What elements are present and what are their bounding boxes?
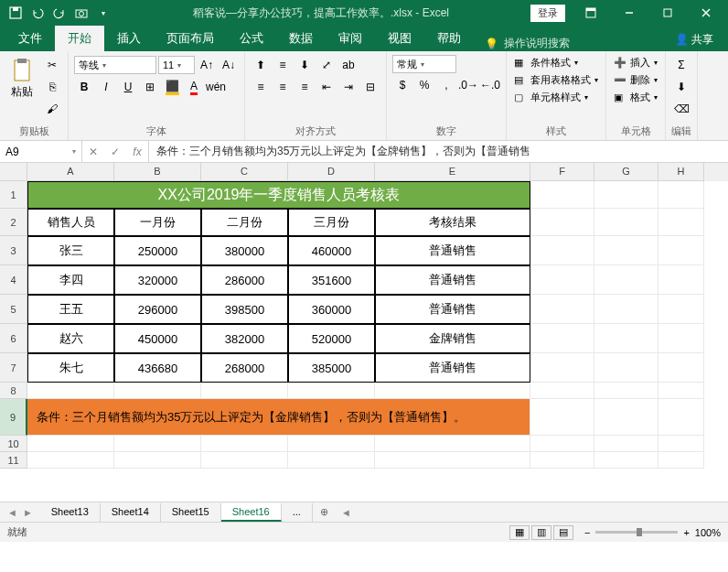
- cell[interactable]: [530, 383, 594, 399]
- cell[interactable]: [27, 436, 114, 452]
- cell[interactable]: 382000: [201, 324, 288, 353]
- delete-cells-button[interactable]: ➖删除▾: [612, 72, 659, 88]
- select-all-corner[interactable]: [0, 163, 27, 181]
- cell[interactable]: 286000: [201, 265, 288, 295]
- formula-input[interactable]: 条件：三个月销售额均为35万元以上评定为【金牌销售】，否则为【普通销售: [149, 141, 728, 162]
- tab-formulas[interactable]: 公式: [227, 26, 276, 51]
- row-header[interactable]: 10: [0, 436, 27, 452]
- fx-icon[interactable]: fx: [126, 141, 148, 162]
- cell[interactable]: 张三: [27, 236, 114, 265]
- increase-font-icon[interactable]: A↑: [197, 55, 217, 75]
- col-header[interactable]: C: [201, 163, 288, 181]
- comma-icon[interactable]: ,: [436, 75, 456, 95]
- zoom-slider[interactable]: [595, 531, 678, 534]
- cell[interactable]: 320000: [114, 265, 201, 295]
- cell[interactable]: 普通销售: [375, 265, 530, 295]
- cell[interactable]: 460000: [288, 236, 375, 265]
- cell[interactable]: [594, 236, 658, 265]
- cell[interactable]: [594, 452, 658, 469]
- cell[interactable]: [658, 181, 704, 209]
- cut-icon[interactable]: ✂: [42, 55, 62, 75]
- row-header[interactable]: 8: [0, 383, 27, 399]
- cell[interactable]: [114, 436, 201, 452]
- cell[interactable]: 销售人员: [27, 209, 114, 236]
- conditional-format-button[interactable]: ▦条件格式▾: [512, 55, 580, 70]
- cell[interactable]: [201, 436, 288, 452]
- maximize-button[interactable]: [649, 3, 686, 23]
- cell[interactable]: [658, 399, 704, 436]
- fill-icon[interactable]: ⬇: [671, 77, 691, 97]
- minimize-button[interactable]: [611, 3, 648, 23]
- cell[interactable]: [530, 295, 594, 324]
- align-bottom-icon[interactable]: ⬇: [294, 55, 315, 75]
- cell[interactable]: 296000: [114, 295, 201, 324]
- cell[interactable]: [530, 324, 594, 353]
- cell[interactable]: 赵六: [27, 324, 114, 353]
- zoom-in-button[interactable]: +: [683, 527, 689, 538]
- tab-layout[interactable]: 页面布局: [154, 26, 227, 51]
- bold-button[interactable]: B: [74, 77, 94, 97]
- percent-icon[interactable]: %: [414, 75, 434, 95]
- row-header[interactable]: 1: [0, 181, 27, 209]
- tell-me-search[interactable]: 💡 操作说明搜索: [474, 36, 666, 51]
- cell[interactable]: [530, 181, 594, 209]
- cell[interactable]: [201, 383, 288, 399]
- clear-icon[interactable]: ⌫: [671, 99, 691, 119]
- name-box[interactable]: A9▾: [0, 141, 82, 162]
- cell[interactable]: 一月份: [114, 209, 201, 236]
- cell[interactable]: [288, 383, 375, 399]
- cell[interactable]: [594, 436, 658, 452]
- cell[interactable]: [530, 353, 594, 383]
- col-header[interactable]: E: [375, 163, 530, 181]
- row-header[interactable]: 9: [0, 399, 27, 436]
- cell[interactable]: 普通销售: [375, 236, 530, 265]
- wrap-text-icon[interactable]: ab: [338, 55, 359, 75]
- tab-help[interactable]: 帮助: [424, 26, 474, 51]
- cell[interactable]: [594, 295, 658, 324]
- row-header[interactable]: 2: [0, 209, 27, 236]
- cell[interactable]: 398500: [201, 295, 288, 324]
- cell[interactable]: [530, 209, 594, 236]
- row-header[interactable]: 6: [0, 324, 27, 353]
- cell[interactable]: [27, 383, 114, 399]
- cell[interactable]: 考核结果: [375, 209, 530, 236]
- login-button[interactable]: 登录: [530, 5, 565, 22]
- col-header[interactable]: H: [658, 163, 704, 181]
- sheet-tab[interactable]: Sheet15: [161, 503, 221, 522]
- align-middle-icon[interactable]: ≡: [273, 55, 293, 75]
- paste-button[interactable]: 粘贴: [5, 55, 38, 102]
- col-header[interactable]: F: [530, 163, 594, 181]
- cell[interactable]: [288, 452, 375, 469]
- font-size-combo[interactable]: 11▾: [158, 56, 195, 74]
- cell[interactable]: [658, 436, 704, 452]
- cell-styles-button[interactable]: ▢单元格样式▾: [512, 90, 590, 105]
- col-header[interactable]: G: [594, 163, 658, 181]
- orientation-icon[interactable]: ⤢: [316, 55, 337, 75]
- cell[interactable]: 朱七: [27, 353, 114, 383]
- tab-home[interactable]: 开始: [55, 26, 104, 51]
- tab-data[interactable]: 数据: [276, 26, 326, 51]
- row-header[interactable]: 3: [0, 236, 27, 265]
- number-format-combo[interactable]: 常规▾: [392, 55, 456, 73]
- zoom-out-button[interactable]: −: [584, 527, 590, 538]
- cell[interactable]: 李四: [27, 265, 114, 295]
- normal-view-icon[interactable]: ▦: [509, 525, 530, 540]
- page-layout-view-icon[interactable]: ▥: [531, 525, 551, 540]
- row-header[interactable]: 7: [0, 353, 27, 383]
- cell[interactable]: [530, 236, 594, 265]
- cell[interactable]: [658, 452, 704, 469]
- cell[interactable]: [594, 265, 658, 295]
- tab-review[interactable]: 审阅: [326, 26, 375, 51]
- redo-icon[interactable]: [51, 5, 68, 21]
- cell[interactable]: 360000: [288, 295, 375, 324]
- italic-button[interactable]: I: [96, 77, 116, 97]
- qat-dropdown-icon[interactable]: ▾: [95, 5, 112, 21]
- merge-icon[interactable]: ⊟: [360, 77, 380, 97]
- cell[interactable]: [27, 452, 114, 469]
- cell[interactable]: [658, 236, 704, 265]
- phonetic-icon[interactable]: wén: [206, 77, 226, 97]
- cell[interactable]: [114, 452, 201, 469]
- cell[interactable]: 金牌销售: [375, 324, 530, 353]
- row-header[interactable]: 11: [0, 452, 27, 469]
- decrease-font-icon[interactable]: A↓: [219, 55, 239, 75]
